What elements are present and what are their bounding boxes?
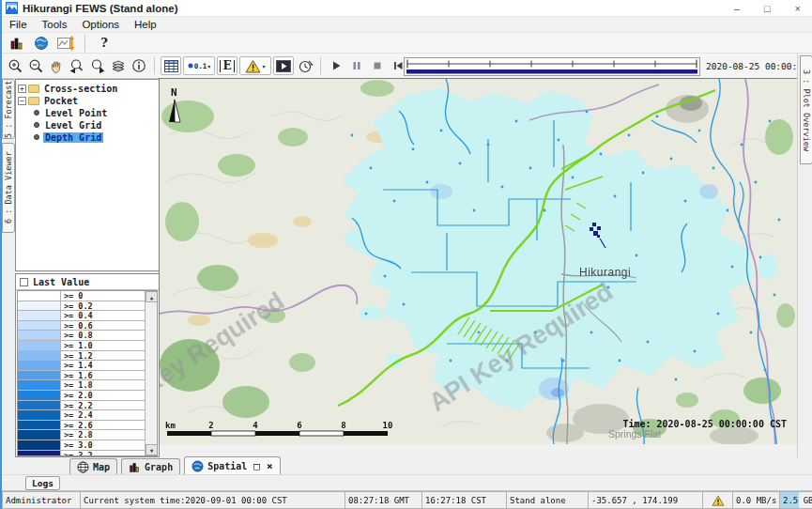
status-memory: 2.5 GB [780,491,812,509]
minimize-button[interactable]: – [734,1,740,16]
legend-swatch [18,301,61,311]
map-canvas[interactable]: API Key Required API Key Required N km 2… [160,79,797,444]
tree-item-cross-section[interactable]: + Cross-section [18,83,159,94]
legend-row[interactable]: >= 2.0 [18,391,145,401]
tab-graph[interactable]: Graph [121,458,180,474]
legend-swatch [18,410,61,420]
legend-label: >= 2.8 [61,430,93,440]
memory-label: 2.5 GB [783,496,812,505]
legend-label: >= 3.2 [61,451,93,457]
legend-row[interactable]: >= 0.8 [18,331,145,341]
timeline-slider[interactable] [404,57,700,76]
legend-row[interactable]: >= 3.2 [18,451,145,457]
legend-label: >= 0.2 [61,301,93,311]
expand-icon[interactable]: + [18,85,26,93]
zoom-previous-button[interactable] [68,56,86,75]
tree-item-pocket[interactable]: − Pocket [18,95,159,106]
warning-icon [245,59,261,73]
tab-spatial[interactable]: Spatial □ × [184,456,280,474]
animation-button[interactable] [273,56,294,75]
step-back-icon [391,59,405,72]
status-bar: Administrator Current system time:2020-0… [2,491,812,509]
thresholds-dropdown[interactable]: ▾ [239,56,271,75]
interval-dropdown[interactable]: 0.1 ▾ [183,56,215,75]
legend-scrollbar[interactable]: ▲ ▼ [145,291,157,455]
grid-display-button[interactable] [161,56,181,75]
legend-row[interactable]: >= 1.2 [18,351,145,362]
maximize-button[interactable]: □ [764,1,771,16]
info-button[interactable] [130,56,148,75]
legend-row[interactable]: >= 2.2 [18,401,145,411]
svg-text:4: 4 [253,421,258,430]
menu-tools[interactable]: Tools [35,19,75,30]
legend-row[interactable]: >= 3.0 [18,440,145,451]
tree-item-depth-grid[interactable]: Depth Grid [18,131,159,143]
tree-item-label-selected: Depth Grid [43,132,103,143]
logs-button[interactable]: Logs [25,476,60,490]
tree-item-level-grid[interactable]: Level Grid [18,119,159,131]
svg-text:2: 2 [208,421,213,430]
legend-swatch [18,380,61,390]
legend-row[interactable]: >= 0 [18,291,145,301]
legend-row[interactable]: >= 1.8 [18,380,145,391]
legend-swatch [18,341,61,350]
zoom-out-button[interactable] [26,56,45,75]
tab-close-icon[interactable]: × [267,460,273,472]
layers-button[interactable] [109,56,128,75]
status-warning[interactable] [703,491,733,509]
status-mode: Stand alone [507,491,589,509]
blue-globe-icon [192,460,204,472]
interval-display-button[interactable] [56,34,75,53]
profile-button[interactable]: E [217,56,237,75]
menu-help[interactable]: Help [127,19,164,30]
zoom-in-button[interactable] [6,56,24,75]
place-label-hikurangi: Hikurangi [579,266,631,279]
svg-text:8: 8 [341,421,345,430]
legend-row[interactable]: >= 0.4 [18,311,145,321]
grid-icon [164,60,178,72]
legend-row[interactable]: >= 1.6 [18,371,145,381]
map-explorer-button[interactable] [32,34,51,53]
pan-button[interactable] [47,56,66,75]
pause-button[interactable] [347,56,366,75]
layers-tree: + Cross-section − Pocket Level Point Lev… [15,79,160,271]
database-viewer-button[interactable] [8,34,26,53]
tab-restore-icon[interactable]: □ [253,460,260,472]
play-button[interactable] [327,56,345,75]
help-icon: ? [100,36,108,50]
profile-icon: E [220,60,234,72]
clock-run-icon [298,58,314,74]
tree-item-level-point[interactable]: Level Point [18,107,159,118]
close-button[interactable]: × [795,1,801,16]
last-value-toggle[interactable]: Last Value [16,274,159,290]
legend-label: >= 1.4 [61,361,93,370]
legend-swatch [18,440,61,450]
checkbox-icon[interactable] [20,278,28,286]
legend-row[interactable]: >= 1.0 [18,341,145,351]
legend-row[interactable]: >= 2.8 [18,430,145,440]
legend-row[interactable]: >= 1.4 [18,361,145,371]
stop-button[interactable] [368,56,387,75]
tab-plot-overview[interactable]: 3 : Plot Overview [800,55,812,164]
pan-hand-icon [49,58,64,73]
tab-spatial-label: Spatial [207,461,247,471]
tree-item-label: Level Point [43,108,109,118]
scroll-up-icon[interactable]: ▲ [146,291,158,302]
menu-options[interactable]: Options [74,19,127,30]
legend-swatch [18,361,61,370]
main-area: 5 : Forecast 6 : Data Viewer + Cross-sec… [2,79,812,457]
tab-data-viewer[interactable]: 6 : Data Viewer [2,143,15,233]
zoom-next-button[interactable] [88,56,107,75]
tab-map[interactable]: Map [69,458,117,474]
legend-row[interactable]: >= 2.4 [18,410,145,421]
legend-row[interactable]: >= 2.6 [18,421,145,431]
help-button[interactable]: ? [95,34,114,53]
legend-row[interactable]: >= 0.6 [18,321,145,332]
globe-icon [34,36,49,51]
tab-forecast[interactable]: 5 : Forecast [2,79,15,139]
scroll-down-icon[interactable]: ▼ [146,444,158,455]
menu-file[interactable]: File [2,19,35,30]
legend-row[interactable]: >= 0.2 [18,301,145,312]
time-navigator-button[interactable] [296,56,314,75]
collapse-icon[interactable]: − [18,97,26,105]
